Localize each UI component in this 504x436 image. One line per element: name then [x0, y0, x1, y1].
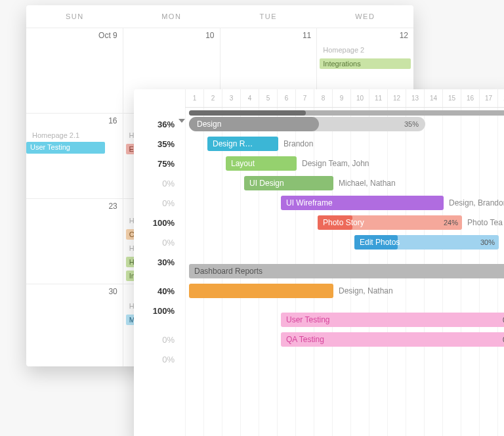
- task-inner-percent: 30%: [480, 238, 495, 246]
- task-assignee: Photo Tea: [467, 218, 503, 227]
- day-header-mon: MON: [123, 5, 220, 28]
- ruler-day: 1: [185, 89, 203, 107]
- date-number: 16: [108, 116, 117, 125]
- task-title: User Testing: [286, 315, 329, 324]
- calendar-header: SUN MON TUE WED: [26, 5, 413, 28]
- task-assignee: Brandon: [284, 139, 313, 148]
- group-bar[interactable]: Design35%: [189, 117, 425, 131]
- ruler-day: 7: [295, 89, 314, 107]
- ruler-day: 2: [203, 89, 222, 107]
- group-title: Design: [197, 120, 221, 129]
- task-title: Design R…: [213, 139, 253, 148]
- section-header-bar[interactable]: Dashboard Reports: [189, 264, 504, 278]
- task-assignee: Design, Nathan: [339, 286, 393, 295]
- task-bar[interactable]: Design R…: [207, 137, 278, 151]
- ruler-day: 3: [222, 89, 240, 107]
- day-header-wed: WED: [317, 5, 414, 28]
- ruler-day: 10: [350, 89, 369, 107]
- chevron-down-icon[interactable]: [178, 119, 185, 123]
- day-header-tue: TUE: [220, 5, 317, 28]
- task-bar[interactable]: UI Wireframe: [281, 196, 444, 210]
- gantt-panel: 36% 35%75%0%0%100%0%30%40%100%0%0% 12345…: [134, 89, 504, 436]
- row-percent: 40%: [134, 281, 185, 301]
- row-percent: 75%: [134, 154, 185, 173]
- day-header-sun: SUN: [26, 5, 123, 28]
- date-number: 30: [108, 287, 117, 296]
- task-assignee: Design Team, John: [302, 159, 369, 168]
- date-number: 23: [108, 202, 117, 211]
- ruler-day: 8: [314, 89, 332, 107]
- row-percent: [134, 272, 185, 281]
- gantt-chart[interactable]: 123456789101112131415161718 Design35%Des…: [185, 89, 504, 436]
- row-percent: 100%: [134, 301, 185, 320]
- row-percent: 0%: [134, 232, 185, 252]
- task-bar[interactable]: User Testing0%: [281, 313, 504, 327]
- ruler-day: 16: [461, 89, 479, 107]
- timeline-ruler: 123456789101112131415161718: [185, 89, 504, 108]
- calendar-cell[interactable]: 23: [26, 199, 123, 284]
- task-title: QA Testing: [286, 335, 324, 344]
- ruler-day: 18: [497, 89, 504, 107]
- task-bar[interactable]: [189, 284, 333, 298]
- date-number: Oct 9: [98, 31, 117, 40]
- row-percent: 30%: [134, 252, 185, 272]
- calendar-cell[interactable]: 30: [26, 284, 123, 366]
- task-bar[interactable]: Layout: [226, 156, 297, 171]
- ruler-day: 6: [277, 89, 295, 107]
- task-bar[interactable]: UI Design: [244, 176, 333, 190]
- date-number: 10: [205, 31, 214, 40]
- ruler-day: 9: [332, 89, 350, 107]
- percent-column: 36% 35%75%0%0%100%0%30%40%100%0%0%: [134, 89, 185, 436]
- ruler-day: 4: [240, 89, 259, 107]
- task-inner-percent: 24%: [444, 219, 458, 227]
- date-number: 11: [303, 31, 311, 40]
- task-assignee: Design, Brandon T: [449, 198, 504, 207]
- row-percent: 0%: [134, 193, 185, 213]
- row-percent: [134, 320, 185, 330]
- overall-percent: 36%: [134, 114, 185, 134]
- calendar-event[interactable]: Integrations: [320, 58, 411, 69]
- calendar-event[interactable]: Homepage 2: [320, 45, 411, 55]
- date-number: 12: [400, 31, 408, 40]
- task-bar[interactable]: Photo Story24%: [318, 215, 462, 230]
- calendar-event[interactable]: Homepage 2.1: [29, 130, 120, 141]
- calendar-cell[interactable]: 16Homepage 2.1: [26, 114, 123, 198]
- task-title: Layout: [231, 159, 255, 168]
- task-bar[interactable]: QA Testing0%: [281, 332, 504, 347]
- ruler-day: 13: [406, 89, 424, 107]
- ruler-day: 11: [369, 89, 387, 107]
- ruler-day: 5: [259, 89, 277, 107]
- task-title: UI Design: [249, 179, 284, 188]
- task-title: Photo Story: [323, 218, 364, 227]
- task-bar[interactable]: Edit Photos30%: [354, 235, 499, 250]
- group-percent: 35%: [404, 120, 419, 128]
- row-percent: 35%: [134, 134, 185, 154]
- task-title: UI Wireframe: [286, 198, 333, 207]
- row-percent: 100%: [134, 213, 185, 232]
- ruler-day: 15: [442, 89, 461, 107]
- ruler-day: 14: [424, 89, 442, 107]
- task-title: Edit Photos: [360, 238, 400, 247]
- calendar-cell[interactable]: Oct 9: [26, 28, 123, 113]
- ruler-day: 17: [479, 89, 497, 107]
- row-percent: 0%: [134, 173, 185, 193]
- calendar-event-span[interactable]: User Testing: [26, 142, 105, 154]
- row-percent: 0%: [134, 330, 185, 349]
- row-percent: 0%: [134, 349, 185, 369]
- ruler-day: 12: [387, 89, 406, 107]
- task-assignee: Michael, Nathan: [339, 179, 396, 188]
